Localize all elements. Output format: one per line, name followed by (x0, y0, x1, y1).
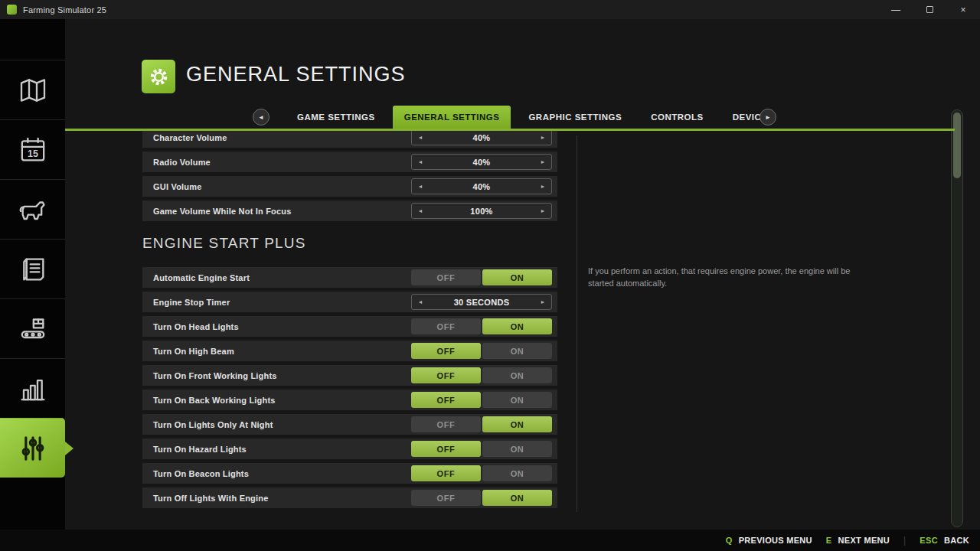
app-body: 15 (0, 19, 980, 530)
settings-row: GUI Volume◄40%► (142, 176, 557, 197)
toggle-control: OFFON (411, 269, 552, 285)
toggle-off-button[interactable]: OFF (411, 416, 481, 432)
setting-label: Game Volume While Not In Focus (142, 207, 411, 216)
toggle-off-button[interactable]: OFF (411, 490, 481, 506)
settings-row: Turn On Hazard LightsOFFON (142, 439, 557, 459)
sidebar-item-map[interactable] (0, 60, 65, 119)
tabs-previous-button[interactable]: ◄ (253, 109, 270, 126)
settings-row: Game Volume While Not In Focus◄100%► (142, 201, 557, 221)
tab-general-settings[interactable]: GENERAL SETTINGS (393, 106, 511, 129)
tab-list: GAME SETTINGSGENERAL SETTINGSGRAPHIC SET… (286, 106, 786, 129)
toggle-on-button[interactable]: ON (482, 416, 552, 432)
stepper-value: 40% (429, 182, 534, 191)
shortcut-back[interactable]: ESCBACK (920, 536, 969, 545)
settings-row: Engine Stop Timer◄30 SECONDS► (142, 292, 557, 312)
footer-shortcuts: QPREVIOUS MENUENEXT MENU|ESCBACK (726, 535, 969, 546)
main-panel: GENERAL SETTINGS ◄ GAME SETTINGSGENERAL … (65, 19, 980, 530)
sidebar-spacer (0, 19, 65, 60)
setting-label: Automatic Engine Start (142, 273, 411, 282)
stepper-increase-button[interactable]: ► (534, 131, 551, 145)
content-divider (577, 135, 577, 512)
sidebar-item-statistics[interactable] (0, 358, 65, 418)
settings-row: Automatic Engine StartOFFON (142, 267, 557, 288)
setting-label: Engine Stop Timer (142, 298, 411, 307)
statistics-icon (18, 373, 48, 404)
toggle-off-button[interactable]: OFF (411, 318, 481, 334)
setting-label: Turn On Front Working Lights (142, 371, 411, 380)
key-badge: Q (726, 536, 733, 545)
sidebar-item-animals[interactable] (0, 179, 65, 239)
stepper-value: 30 SECONDS (429, 298, 534, 307)
stepper-decrease-button[interactable]: ◄ (412, 295, 429, 309)
stepper-value: 100% (429, 207, 534, 216)
page-title: GENERAL SETTINGS (186, 63, 406, 86)
partial-row-clip: Character Volume◄40%► (142, 131, 557, 148)
toggle-off-button[interactable]: OFF (411, 441, 481, 457)
shortcut-label: NEXT MENU (838, 536, 890, 545)
setting-label: GUI Volume (142, 182, 411, 191)
app-icon (7, 5, 17, 15)
settings-row: Turn On Head LightsOFFON (142, 316, 557, 337)
scrollbar-thumb[interactable] (953, 112, 961, 178)
toggle-off-button[interactable]: OFF (411, 269, 481, 285)
tabs-next-button[interactable]: ► (760, 109, 776, 126)
tab-controls[interactable]: CONTROLS (639, 106, 715, 129)
setting-label: Turn Off Lights With Engine (142, 494, 411, 503)
tab-bar: ◄ GAME SETTINGSGENERAL SETTINGSGRAPHIC S… (65, 106, 980, 129)
tab-game-settings[interactable]: GAME SETTINGS (286, 106, 387, 129)
toggle-off-button[interactable]: OFF (411, 392, 481, 408)
scrollbar-track[interactable] (951, 109, 963, 527)
settings-row: Turn On Beacon LightsOFFON (142, 463, 557, 484)
toggle-on-button[interactable]: ON (482, 318, 552, 334)
sidebar-item-settings[interactable] (0, 418, 65, 478)
stepper-decrease-button[interactable]: ◄ (412, 204, 429, 218)
toggle-off-button[interactable]: OFF (411, 465, 481, 481)
stepper-control: ◄30 SECONDS► (411, 294, 552, 310)
minimize-button[interactable]: — (879, 0, 913, 19)
maximize-icon (926, 6, 933, 13)
shortcut-next-menu[interactable]: ENEXT MENU (826, 536, 890, 545)
production-icon (18, 314, 48, 344)
shortcut-previous-menu[interactable]: QPREVIOUS MENU (726, 536, 812, 545)
toggle-on-button[interactable]: ON (482, 392, 552, 408)
toggle-control: OFFON (411, 490, 552, 506)
map-icon (18, 75, 48, 106)
settings-row: Turn On Back Working LightsOFFON (142, 390, 557, 410)
toggle-on-button[interactable]: ON (482, 269, 552, 285)
stepper-value: 40% (429, 133, 534, 142)
stepper-increase-button[interactable]: ► (534, 155, 551, 169)
close-button[interactable]: × (946, 0, 980, 19)
settings-row: Radio Volume◄40%► (142, 152, 557, 172)
stepper-increase-button[interactable]: ► (534, 204, 551, 218)
calendar-icon: 15 (18, 135, 48, 165)
settings-row: Turn On Front Working LightsOFFON (142, 365, 557, 386)
gear-icon (148, 66, 170, 88)
sidebar-item-production[interactable] (0, 298, 65, 358)
tab-graphic-settings[interactable]: GRAPHIC SETTINGS (517, 106, 633, 129)
toggle-off-button[interactable]: OFF (411, 367, 481, 383)
settings-sliders-icon (18, 433, 48, 464)
stepper-decrease-button[interactable]: ◄ (412, 179, 429, 194)
maximize-button[interactable] (913, 0, 946, 19)
stepper-control: ◄40%► (411, 178, 552, 194)
window-title: Farming Simulator 25 (23, 5, 106, 15)
toggle-on-button[interactable]: ON (482, 367, 552, 383)
setting-label: Turn On Lights Only At Night (142, 420, 411, 429)
toggle-on-button[interactable]: ON (482, 465, 552, 481)
toggle-control: OFFON (411, 343, 552, 359)
sidebar-item-calendar[interactable]: 15 (0, 119, 65, 179)
settings-rows: Character Volume◄40%►Radio Volume◄40%►GU… (142, 131, 557, 512)
stepper-decrease-button[interactable]: ◄ (412, 131, 429, 145)
toggle-off-button[interactable]: OFF (411, 343, 481, 359)
toggle-on-button[interactable]: ON (482, 343, 552, 359)
toggle-on-button[interactable]: ON (482, 490, 552, 506)
toggle-control: OFFON (411, 392, 552, 408)
setting-label: Radio Volume (142, 158, 411, 167)
section-title: ENGINE START PLUS (142, 233, 557, 253)
sidebar-item-contracts[interactable] (0, 239, 65, 298)
toggle-on-button[interactable]: ON (482, 441, 552, 457)
stepper-increase-button[interactable]: ► (534, 295, 551, 309)
stepper-increase-button[interactable]: ► (534, 179, 551, 194)
stepper-decrease-button[interactable]: ◄ (412, 155, 429, 169)
calendar-day-number: 15 (28, 148, 38, 158)
